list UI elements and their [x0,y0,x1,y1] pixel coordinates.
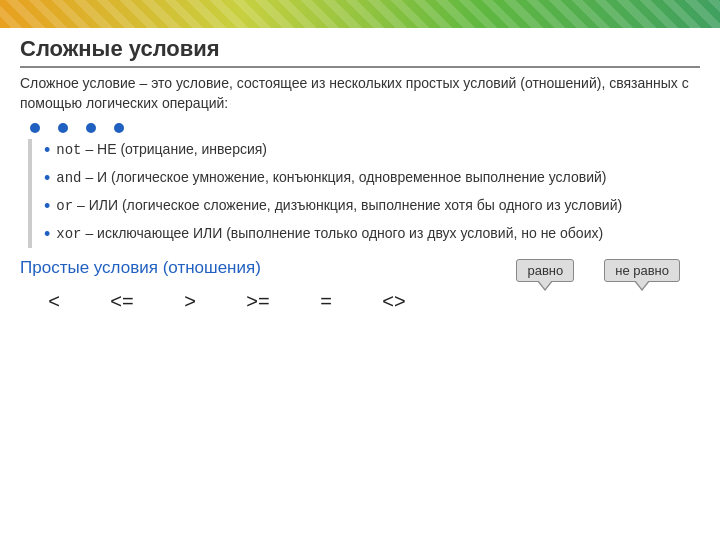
bullet-content-3: or – ИЛИ (логическое сложение, дизъюнкци… [56,195,700,216]
bullet-content-2: and – И (логическое умножение, конъюнкци… [56,167,700,188]
bullet-dot: • [44,137,50,163]
callout-notequal-text: не равно [615,263,669,278]
dot-1 [30,123,40,133]
list-item: • and – И (логическое умножение, конъюнк… [44,167,700,191]
bullet-list: • not – НЕ (отрицание, инверсия) • and –… [44,139,700,247]
bullet-dot: • [44,193,50,219]
bullet-text-3: – ИЛИ (логическое сложение, дизъюнкция, … [77,197,622,213]
bullet-dot: • [44,221,50,247]
bullet-text-4: – исключающее ИЛИ (выполнение только одн… [85,225,603,241]
callout-notequal: не равно [604,259,680,282]
page-title: Сложные условия [20,36,700,68]
conditions-row: Простые условия (отношения) равно не рав… [20,258,700,284]
op-neq: <> [360,290,428,313]
simple-conditions-label: Простые условия (отношения) [20,258,261,278]
code-or: or [56,198,73,214]
list-item: • or – ИЛИ (логическое сложение, дизъюнк… [44,195,700,219]
operators-section: < <= > >= = <> [20,290,700,313]
bullet-text-1: – НЕ (отрицание, инверсия) [85,141,267,157]
code-and: and [56,170,81,186]
op-eq: = [292,290,360,313]
code-xor: xor [56,226,81,242]
callout-equal-text: равно [527,263,563,278]
dot-2 [58,123,68,133]
op-lte: <= [88,290,156,313]
code-not: not [56,142,81,158]
bullet-content-1: not – НЕ (отрицание, инверсия) [56,139,700,160]
bottom-section: Простые условия (отношения) равно не рав… [20,258,700,313]
content-box: • not – НЕ (отрицание, инверсия) • and –… [28,139,700,247]
list-item: • xor – исключающее ИЛИ (выполнение толь… [44,223,700,247]
bullet-text-2: – И (логическое умножение, конъюнкция, о… [85,169,606,185]
bullet-dot: • [44,165,50,191]
main-content: Сложные условия Сложное условие – это ус… [0,28,720,323]
top-banner [0,0,720,28]
dot-3 [86,123,96,133]
dots-row [20,121,700,133]
callout-equal: равно [516,259,574,282]
intro-text: Сложное условие – это условие, состоящее… [20,74,700,113]
op-gt: > [156,290,224,313]
op-gte: >= [224,290,292,313]
list-item: • not – НЕ (отрицание, инверсия) [44,139,700,163]
dot-4 [114,123,124,133]
op-lt: < [20,290,88,313]
bullet-content-4: xor – исключающее ИЛИ (выполнение только… [56,223,700,244]
